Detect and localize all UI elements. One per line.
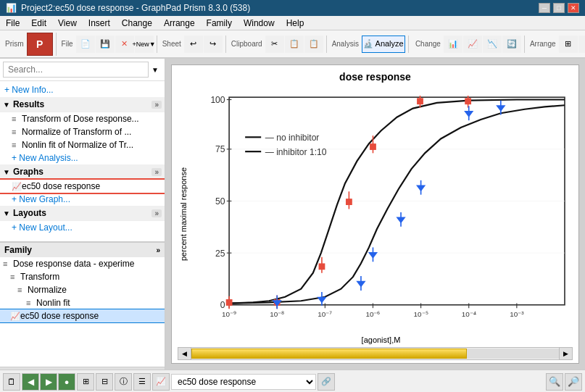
- change-btn2[interactable]: 📈: [463, 36, 482, 53]
- paste-button[interactable]: 📋: [304, 36, 323, 53]
- y-axis-label: percent maximal response: [178, 84, 189, 344]
- menu-change[interactable]: Change: [116, 17, 158, 30]
- plot-wrapper: 0 25 50 75 100: [189, 84, 573, 344]
- toolbar-arrange-group: Arrange ⊞ ⊟ ▭: [528, 36, 585, 53]
- tree-spacer: [0, 234, 165, 241]
- nav-refresh-icon: ●: [65, 378, 70, 386]
- maximize-button[interactable]: □: [553, 3, 565, 13]
- menu-insert[interactable]: Insert: [83, 17, 116, 30]
- scrollbar-thumb[interactable]: [191, 349, 467, 359]
- family-item-nonlin[interactable]: ≡ Nonlin fit: [0, 296, 165, 309]
- link-button[interactable]: 🔗: [318, 373, 335, 391]
- nav-next-button[interactable]: ▶: [40, 373, 57, 391]
- family-item-normalize[interactable]: ≡ Normalize: [0, 283, 165, 296]
- main-content: ▼ + New Info... ▼ Results » ≡ Transform …: [0, 59, 585, 370]
- tree-item-normalize[interactable]: ≡ Normalize of Transform of ...: [0, 125, 165, 138]
- menu-arrange[interactable]: Arrange: [158, 17, 201, 30]
- close-button[interactable]: ✕: [568, 3, 579, 13]
- scroll-right-arrow[interactable]: ▶: [559, 348, 572, 359]
- scrollbar-track[interactable]: [191, 349, 559, 359]
- grid-icon: ⊞: [83, 377, 89, 386]
- scroll-left-arrow[interactable]: ◀: [178, 348, 191, 359]
- tree-panel: + New Info... ▼ Results » ≡ Transform of…: [0, 81, 165, 367]
- toolbar-file-group: File 📄 💾 ✕ +New▼: [59, 36, 157, 53]
- arrange-btn1[interactable]: ⊞: [559, 36, 578, 53]
- svg-text:10⁻⁵: 10⁻⁵: [414, 310, 428, 318]
- toolbar-row1: Prism P File 📄 💾 ✕ +New▼ Sheet ↩ ↪ Clipb…: [0, 30, 585, 58]
- family-item-transform[interactable]: ≡ Transform: [0, 270, 165, 283]
- new-graph-item[interactable]: + New Graph...: [0, 193, 165, 206]
- layouts-badge[interactable]: »: [152, 209, 162, 217]
- undo-button[interactable]: ↩: [184, 36, 203, 53]
- nav-refresh-button[interactable]: ●: [58, 373, 75, 391]
- menu-file[interactable]: File: [0, 17, 25, 30]
- new-analysis-label: + New Analysis...: [12, 153, 78, 163]
- title-text: Project2:ec50 dose response - GraphPad P…: [21, 3, 250, 13]
- results-badge[interactable]: »: [152, 101, 162, 109]
- svg-text:10⁻⁴: 10⁻⁴: [462, 310, 476, 318]
- new-button[interactable]: 📄: [76, 36, 95, 53]
- sheet-button[interactable]: ☰: [133, 373, 151, 391]
- family-item-ec50[interactable]: 📈 ec50 dose response: [0, 309, 165, 322]
- window-title: 📊 Project2:ec50 dose response - GraphPad…: [6, 3, 250, 13]
- change-btn3[interactable]: 📉: [483, 36, 502, 53]
- graphs-section-header[interactable]: ▼ Graphs »: [0, 164, 165, 180]
- menu-view[interactable]: View: [52, 17, 83, 30]
- graphs-badge[interactable]: »: [152, 168, 162, 176]
- layouts-section-header[interactable]: ▼ Layouts »: [0, 206, 165, 221]
- zoom-out-button[interactable]: 🔍: [546, 373, 563, 391]
- new-plus-button[interactable]: +New▼: [135, 36, 154, 53]
- svg-text:10⁻⁷: 10⁻⁷: [318, 310, 332, 318]
- nonlin-family-label: Nonlin fit: [36, 298, 70, 308]
- family-header[interactable]: Family »: [0, 243, 165, 257]
- redo-button[interactable]: ↪: [204, 36, 223, 53]
- table-icon-1: ≡: [12, 114, 22, 123]
- change-btn4[interactable]: 🔄: [502, 36, 521, 53]
- x-axis-label: [agonist],M: [189, 335, 573, 344]
- results-chevron: ▼: [3, 101, 10, 109]
- graph-button[interactable]: 📈: [152, 373, 170, 391]
- menu-bar: File Edit View Insert Change Arrange Fam…: [0, 16, 585, 30]
- new-info-item[interactable]: + New Info...: [0, 83, 165, 97]
- family-badge[interactable]: »: [156, 246, 160, 254]
- window-controls[interactable]: ─ □ ✕: [539, 3, 579, 13]
- sheet-selector[interactable]: ec50 dose response: [171, 374, 316, 390]
- sheet-label: Sheet: [160, 40, 183, 48]
- cut-button[interactable]: ✂: [265, 36, 284, 53]
- results-section-header[interactable]: ▼ Results »: [0, 97, 165, 112]
- normalize-family-label: Normalize: [28, 285, 67, 295]
- nav-prev-button[interactable]: ◀: [22, 373, 39, 391]
- nav-first-button[interactable]: 🗒: [3, 373, 20, 391]
- family-table-icon-1: ≡: [3, 259, 13, 268]
- clipboard-label: Clipboard: [229, 40, 265, 48]
- close-file-button[interactable]: ✕: [115, 36, 134, 53]
- copy-button[interactable]: 📋: [285, 36, 304, 53]
- menu-family[interactable]: Family: [201, 17, 238, 30]
- search-input[interactable]: [3, 62, 149, 78]
- change-btn1[interactable]: 📊: [444, 36, 462, 53]
- nonlin-label: Nonlin fit of Normalize of Tr...: [22, 140, 133, 150]
- save-button[interactable]: 💾: [96, 36, 115, 53]
- list-view-button[interactable]: ⊟: [96, 373, 113, 391]
- tree-item-ec50-graph[interactable]: 📈 ec50 dose response: [0, 180, 165, 193]
- prism-logo-button[interactable]: P: [27, 33, 53, 56]
- minimize-button[interactable]: ─: [539, 3, 550, 13]
- analysis-label: Analysis: [330, 40, 361, 48]
- info-button[interactable]: ⓘ: [115, 373, 132, 391]
- menu-help[interactable]: Help: [281, 17, 310, 30]
- panel-resize-handle[interactable]: [0, 367, 165, 370]
- family-item-dose-response[interactable]: ≡ Dose response data - experime: [0, 257, 165, 270]
- search-dropdown-arrow[interactable]: ▼: [149, 66, 162, 74]
- grid-view-button[interactable]: ⊞: [77, 373, 94, 391]
- menu-edit[interactable]: Edit: [25, 17, 52, 30]
- zoom-in-button[interactable]: 🔎: [565, 373, 582, 391]
- new-analysis-item[interactable]: + New Analysis...: [0, 151, 165, 164]
- arrange-btn2[interactable]: ⊟: [578, 36, 586, 53]
- file-label: File: [59, 40, 75, 48]
- tree-item-transform[interactable]: ≡ Transform of Dose response...: [0, 112, 165, 125]
- analyze-button[interactable]: 🔬 Analyze: [362, 36, 405, 53]
- new-layout-item[interactable]: + New Layout...: [0, 221, 165, 234]
- tree-item-nonlin[interactable]: ≡ Nonlin fit of Normalize of Tr...: [0, 138, 165, 151]
- menu-window[interactable]: Window: [238, 17, 281, 30]
- family-table-icon-2: ≡: [10, 272, 20, 281]
